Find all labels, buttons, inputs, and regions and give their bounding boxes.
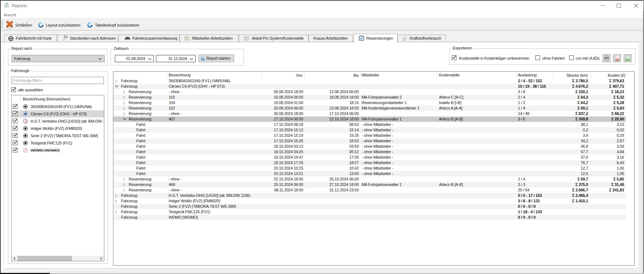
svg-text:CSV: CSV [626,59,629,61]
svg-text:PDF: PDF [616,59,618,61]
